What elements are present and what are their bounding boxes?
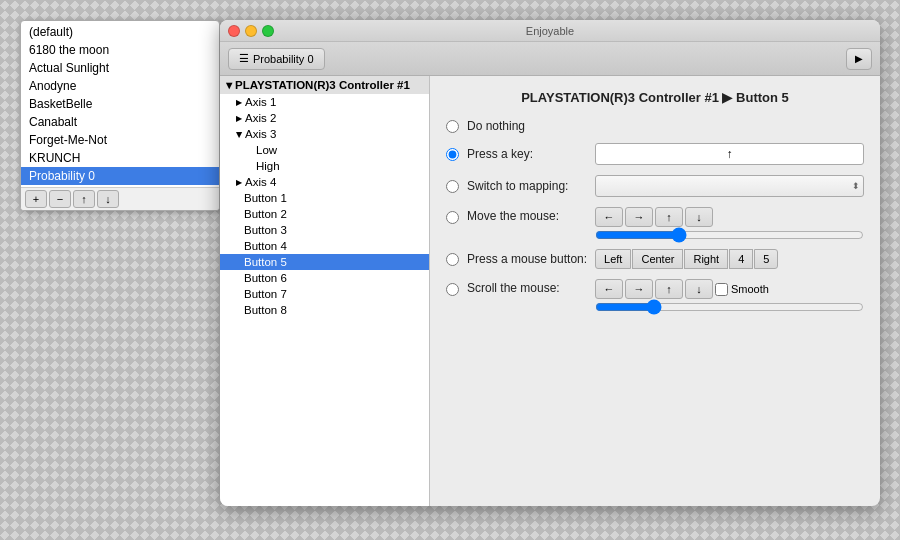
do-nothing-label: Do nothing	[467, 119, 587, 133]
do-nothing-radio[interactable]	[446, 120, 459, 133]
press-key-radio[interactable]	[446, 148, 459, 161]
scroll-right-button[interactable]: →	[625, 279, 653, 299]
smooth-label: Smooth	[715, 279, 769, 299]
list-item[interactable]: Canabalt	[21, 113, 219, 131]
press-key-control	[595, 143, 864, 165]
move-left-button[interactable]: ←	[595, 207, 623, 227]
axis-label: Axis 4	[245, 176, 276, 188]
sub-label: Low	[256, 144, 277, 156]
move-up-button[interactable]: ↑	[73, 190, 95, 208]
axis-label: Axis 2	[245, 112, 276, 124]
scroll-left-button[interactable]: ←	[595, 279, 623, 299]
press-mouse-btn-row: Press a mouse button: Left Center Right …	[446, 249, 864, 269]
window-controls	[228, 25, 274, 37]
controller-tree-panel: ▶ PLAYSTATION(R)3 Controller #1 ▶ Axis 1…	[220, 76, 430, 506]
list-item[interactable]: 6180 the moon	[21, 41, 219, 59]
scroll-mouse-radio[interactable]	[446, 283, 459, 296]
move-down-button[interactable]: ↓	[97, 190, 119, 208]
list-item[interactable]: KRUNCH	[21, 149, 219, 167]
axis-label: Axis 3	[245, 128, 276, 140]
controller-root-item[interactable]: ▶ PLAYSTATION(R)3 Controller #1	[220, 76, 429, 94]
press-mouse-btn-radio[interactable]	[446, 253, 459, 266]
profile-name-label: Probability 0	[253, 53, 314, 65]
title-bar: Enjoyable	[220, 20, 880, 42]
move-direction-controls: ← → ↑ ↓	[595, 207, 864, 239]
mouse-right-button[interactable]: Right	[684, 249, 728, 269]
list-footer: + − ↑ ↓	[21, 187, 219, 210]
scroll-mouse-row: Scroll the mouse: ← → ↑ ↓ Smooth	[446, 279, 864, 311]
list-item[interactable]: (default)	[21, 23, 219, 41]
move-speed-slider[interactable]	[595, 231, 864, 239]
tree-button-1[interactable]: Button 1	[220, 190, 429, 206]
play-icon: ▶	[855, 53, 863, 64]
press-key-label: Press a key:	[467, 147, 587, 161]
play-button[interactable]: ▶	[846, 48, 872, 70]
tree-button-5[interactable]: Button 5	[220, 254, 429, 270]
tree-button-6[interactable]: Button 6	[220, 270, 429, 286]
minimize-button[interactable]	[245, 25, 257, 37]
sub-label: High	[256, 160, 280, 172]
do-nothing-row: Do nothing	[446, 119, 864, 133]
mapping-select[interactable]	[595, 175, 864, 197]
tree-axis-1[interactable]: ▶ Axis 1	[220, 94, 429, 110]
tree-button-8[interactable]: Button 8	[220, 302, 429, 318]
collapse-icon: ▶	[236, 178, 242, 187]
tree-axis-2[interactable]: ▶ Axis 2	[220, 110, 429, 126]
profile-selector-button[interactable]: ☰ Probability 0	[228, 48, 325, 70]
scroll-up-button[interactable]: ↑	[655, 279, 683, 299]
switch-mapping-row: Switch to mapping:	[446, 175, 864, 197]
collapse-icon: ▶	[236, 114, 242, 123]
scroll-controls: ← → ↑ ↓ Smooth	[595, 279, 864, 311]
list-item[interactable]: Forget-Me-Not	[21, 131, 219, 149]
move-up-button[interactable]: ↑	[655, 207, 683, 227]
hamburger-icon: ☰	[239, 52, 249, 65]
config-panel: PLAYSTATION(R)3 Controller #1 ▶ Button 5…	[430, 76, 880, 506]
move-mouse-label: Move the mouse:	[467, 209, 587, 223]
smooth-checkbox[interactable]	[715, 283, 728, 296]
mouse-btn-4[interactable]: 4	[729, 249, 753, 269]
move-mouse-radio[interactable]	[446, 211, 459, 224]
maximize-button[interactable]	[262, 25, 274, 37]
press-mouse-btn-label: Press a mouse button:	[467, 252, 587, 266]
list-item-selected[interactable]: Probability 0	[21, 167, 219, 185]
profile-dropdown[interactable]: (default) 6180 the moon Actual Sunlight …	[20, 20, 220, 211]
tree-high[interactable]: High	[220, 158, 429, 174]
window-title: Enjoyable	[526, 25, 574, 37]
tree-button-7[interactable]: Button 7	[220, 286, 429, 302]
tree-low[interactable]: Low	[220, 142, 429, 158]
tree-axis-3[interactable]: ▶ Axis 3	[220, 126, 429, 142]
press-key-row: Press a key:	[446, 143, 864, 165]
move-down-button[interactable]: ↓	[685, 207, 713, 227]
expand-icon: ▶	[235, 131, 244, 137]
remove-profile-button[interactable]: −	[49, 190, 71, 208]
mouse-center-button[interactable]: Center	[632, 249, 683, 269]
list-item[interactable]: Actual Sunlight	[21, 59, 219, 77]
move-dir-row: ← → ↑ ↓	[595, 207, 864, 227]
mapping-select-wrapper	[595, 175, 864, 197]
switch-mapping-radio[interactable]	[446, 180, 459, 193]
mouse-button-group: Left Center Right 4 5	[595, 249, 864, 269]
scroll-dir-row: ← → ↑ ↓ Smooth	[595, 279, 864, 299]
scroll-down-button[interactable]: ↓	[685, 279, 713, 299]
list-item[interactable]: BasketBelle	[21, 95, 219, 113]
collapse-icon: ▶	[236, 98, 242, 107]
tree-button-3[interactable]: Button 3	[220, 222, 429, 238]
expand-icon: ▶	[225, 82, 234, 88]
axis-label: Axis 1	[245, 96, 276, 108]
mouse-left-button[interactable]: Left	[595, 249, 631, 269]
key-input-field[interactable]	[595, 143, 864, 165]
close-button[interactable]	[228, 25, 240, 37]
scroll-speed-slider[interactable]	[595, 303, 864, 311]
smooth-text: Smooth	[731, 283, 769, 295]
profile-list: (default) 6180 the moon Actual Sunlight …	[21, 21, 219, 187]
tree-button-2[interactable]: Button 2	[220, 206, 429, 222]
list-item[interactable]: Anodyne	[21, 77, 219, 95]
move-right-button[interactable]: →	[625, 207, 653, 227]
add-profile-button[interactable]: +	[25, 190, 47, 208]
scroll-mouse-label: Scroll the mouse:	[467, 281, 587, 295]
tree-axis-4[interactable]: ▶ Axis 4	[220, 174, 429, 190]
controller-label: PLAYSTATION(R)3 Controller #1	[235, 79, 410, 91]
mouse-btn-5[interactable]: 5	[754, 249, 778, 269]
tree-button-4[interactable]: Button 4	[220, 238, 429, 254]
config-title: PLAYSTATION(R)3 Controller #1 ▶ Button 5	[446, 90, 864, 105]
